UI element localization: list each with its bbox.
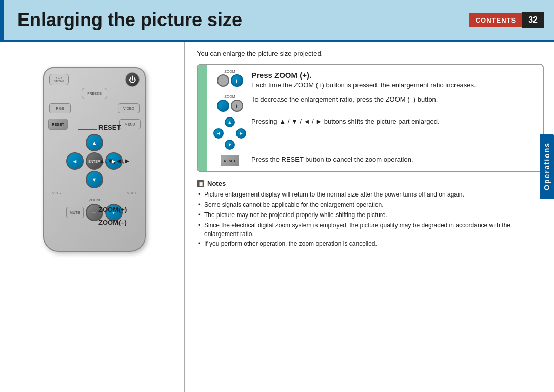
notes-label: Notes bbox=[207, 180, 226, 187]
dpad-instr-right: ► bbox=[236, 128, 246, 139]
instruction-content: ZOOM − + Press ZOOM (+). Each time the Z… bbox=[207, 65, 543, 171]
vol-minus-label: VOL- bbox=[52, 191, 61, 195]
dpad-instr: ▲ ◄ ► ▼ bbox=[213, 117, 246, 150]
zoom-buttons-2: − + bbox=[217, 100, 243, 112]
freeze-button: FREEZE bbox=[82, 88, 107, 99]
notes-section: 📋 Notes Picture enlargement display will… bbox=[197, 180, 544, 248]
reset-label: RESET bbox=[98, 124, 121, 131]
zoom-text-label-1: ZOOM bbox=[225, 70, 235, 73]
zoom-row: MUTE − + bbox=[44, 204, 145, 221]
instruction-row-4: RESET Press the RESET button to cancel t… bbox=[214, 155, 536, 166]
zoom-minus-line bbox=[77, 224, 97, 224]
remote-top-row: KEY STONE ⏻ bbox=[44, 68, 145, 87]
zoom-plus-line bbox=[85, 212, 97, 212]
instruction-text-1: Press ZOOM (+). Each time the ZOOM (+) b… bbox=[251, 70, 536, 90]
instr-zoom-plus-2: + bbox=[231, 100, 243, 112]
instruction-text-3: Pressing ▲ / ▼ / ◄ / ► buttons shifts th… bbox=[251, 117, 536, 126]
instruction-row-3: ▲ ◄ ► ▼ bbox=[214, 117, 536, 150]
reset-remote-button: RESET bbox=[48, 119, 68, 130]
keystone-button: KEY STONE bbox=[49, 74, 69, 85]
page-number: 32 bbox=[522, 12, 544, 28]
rgb-button: RGB bbox=[49, 103, 71, 113]
instruction-box: ZOOM − + Press ZOOM (+). Each time the Z… bbox=[197, 64, 544, 172]
dpad-blank-3 bbox=[225, 128, 235, 139]
contents-button[interactable]: CONTENTS bbox=[469, 13, 523, 27]
main-content: KEY STONE ⏻ FREEZE RGB VIDEO RESET bbox=[0, 42, 554, 392]
instr-zoom-plus-1: + bbox=[231, 74, 243, 87]
dpad-down: ▼ bbox=[86, 171, 103, 188]
arrows-label: ▲,▼,◄,► bbox=[98, 157, 130, 165]
instr-zoom-minus-2: − bbox=[217, 100, 229, 112]
zoom-buttons-1: − + bbox=[217, 74, 243, 87]
operations-tab: Operations bbox=[540, 134, 554, 199]
page-header: Enlarging the picture size CONTENTS 32 bbox=[0, 0, 554, 42]
reset-line bbox=[78, 129, 97, 130]
dpad-icon: ▲ ◄ ► ▼ bbox=[214, 117, 245, 150]
dpad-instr-left: ◄ bbox=[213, 128, 224, 139]
header-accent-bar bbox=[0, 0, 4, 41]
dpad-blank-5 bbox=[236, 140, 246, 150]
video-button: VIDEO bbox=[118, 103, 140, 113]
dpad-blank-4 bbox=[213, 140, 224, 150]
dpad-up: ▲ bbox=[86, 134, 103, 151]
notes-title: 📋 Notes bbox=[197, 180, 544, 187]
dpad-blank-2 bbox=[236, 117, 246, 127]
right-panel: You can enlarge the picture size project… bbox=[185, 42, 554, 392]
menu-button: MENU bbox=[119, 119, 141, 129]
note-item-4: Since the electrical digital zoom system… bbox=[197, 221, 544, 239]
instruction-row-2: ZOOM − + To decrease the enlargement rat… bbox=[214, 95, 536, 112]
instruction-text-4: Press the RESET button to cancel the zoo… bbox=[251, 155, 536, 164]
notes-list: Picture enlargement display will return … bbox=[197, 190, 544, 248]
zoom-minus-label: ZOOM(–) bbox=[98, 219, 127, 226]
instruction-title: Press ZOOM (+). bbox=[251, 71, 311, 80]
reset-instr-button: RESET bbox=[221, 155, 239, 166]
notes-icon: 📋 bbox=[197, 180, 204, 187]
reset-icon: RESET bbox=[214, 155, 245, 166]
note-item-5: If you perform other operation, the zoom… bbox=[197, 240, 544, 248]
green-sidebar-bar bbox=[198, 65, 207, 171]
dpad-instr-down: ▼ bbox=[225, 140, 235, 150]
zoom-icon-1: ZOOM − + bbox=[214, 70, 245, 87]
zoom-label-remote: ZOOM bbox=[44, 198, 145, 202]
note-item-3: The picture may not be projected properl… bbox=[197, 211, 544, 220]
zoom-plus-label: ZOOM(+) bbox=[98, 206, 127, 213]
intro-text: You can enlarge the picture size project… bbox=[197, 50, 544, 57]
left-panel: KEY STONE ⏻ FREEZE RGB VIDEO RESET bbox=[0, 42, 185, 392]
note-item-1: Picture enlargement display will return … bbox=[197, 190, 544, 199]
vol-plus-label: VOL+ bbox=[127, 191, 136, 195]
header-right: CONTENTS 32 bbox=[469, 12, 544, 28]
zoom-text-label-2: ZOOM bbox=[225, 95, 235, 99]
zoom-icon-2: ZOOM − + bbox=[214, 95, 245, 112]
arrows-line bbox=[78, 165, 97, 165]
instr-zoom-minus-1: − bbox=[217, 74, 229, 87]
mute-button: MUTE bbox=[66, 207, 84, 218]
dpad-instr-up: ▲ bbox=[225, 117, 235, 127]
note-item-2: Some signals cannot be applicable for th… bbox=[197, 201, 544, 209]
rgb-video-row: RGB VIDEO bbox=[44, 100, 145, 116]
on-standby-button: ⏻ bbox=[125, 72, 140, 87]
dpad-left: ◄ bbox=[66, 152, 84, 170]
instruction-text-2: To decrease the enlargement ratio, press… bbox=[251, 95, 536, 104]
page-title: Enlarging the picture size bbox=[10, 9, 242, 31]
instruction-row-1: ZOOM − + Press ZOOM (+). Each time the Z… bbox=[214, 70, 536, 90]
dpad-blank-1 bbox=[213, 117, 224, 127]
